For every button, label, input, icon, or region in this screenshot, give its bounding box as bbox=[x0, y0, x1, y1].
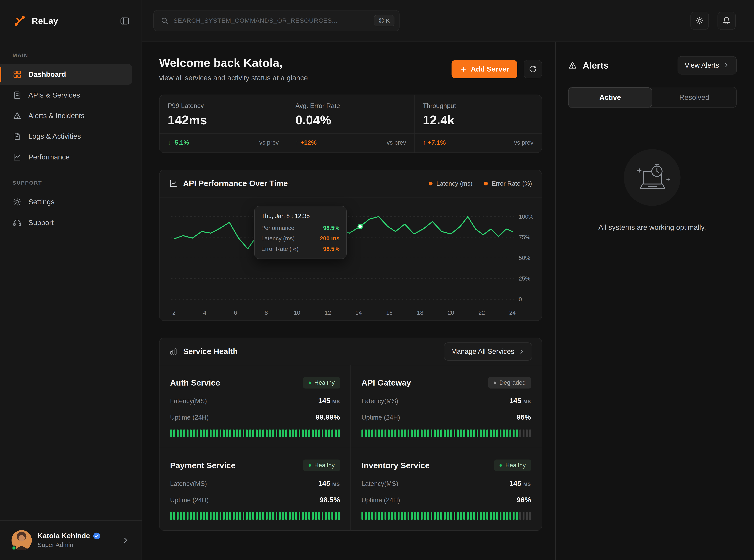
headset-icon bbox=[13, 218, 22, 227]
plus-icon bbox=[460, 66, 467, 73]
sidebar: ReLay MAIN Dashboa bbox=[0, 0, 142, 560]
svg-text:4: 4 bbox=[203, 309, 206, 316]
chart-legend: Latency (ms) Error Rate (%) bbox=[429, 180, 532, 187]
alerts-empty-state: All systems are working optimally. bbox=[568, 149, 737, 231]
svg-text:100%: 100% bbox=[519, 213, 534, 220]
theme-toggle-button[interactable] bbox=[691, 12, 709, 30]
sidebar-nav: MAIN Dashboard APIs & Se bbox=[0, 42, 141, 233]
delta-badge: ↑+7.1% bbox=[423, 139, 446, 146]
tab-active[interactable]: Active bbox=[568, 87, 652, 108]
status-dot bbox=[494, 382, 496, 384]
chart-line-icon bbox=[13, 153, 22, 162]
refresh-icon bbox=[528, 65, 537, 74]
status-badge: Healthy bbox=[303, 377, 340, 389]
alerts-title: Alerts bbox=[583, 60, 608, 71]
chart-title: API Performance Over Time bbox=[183, 179, 288, 188]
dashboard-grid-icon bbox=[13, 70, 22, 79]
brand-name: ReLay bbox=[32, 16, 58, 26]
svg-text:0: 0 bbox=[519, 296, 522, 302]
delta-badge: ↑+12% bbox=[295, 139, 316, 146]
alerts-panel: Alerts View Alerts Active Resolved bbox=[555, 42, 754, 560]
service-health-card: Service Health Manage All Services Auth … bbox=[159, 338, 542, 531]
sidebar-section-main: MAIN bbox=[0, 52, 141, 58]
service-card-inventory: Inventory Service Healthy Latency(MS)145… bbox=[350, 448, 542, 531]
online-status-dot bbox=[12, 545, 16, 551]
sidebar-item-dashboard[interactable]: Dashboard bbox=[0, 64, 132, 85]
legend-dot bbox=[429, 182, 432, 185]
uptime-bars bbox=[170, 429, 340, 437]
sidebar-item-apis-services[interactable]: APIs & Services bbox=[0, 85, 132, 105]
service-card-api-gateway: API Gateway Degraded Latency(MS)145 MS U… bbox=[350, 365, 542, 448]
page-title: Welcome back Katola, bbox=[159, 56, 308, 69]
stat-card-error-rate: Avg. Error Rate 0.04% ↑+12% vs prev bbox=[287, 95, 414, 153]
bar-chart-icon bbox=[169, 347, 178, 356]
performance-chart[interactable]: 100%75%50%25%024681012141618202224 bbox=[169, 202, 533, 320]
global-search[interactable]: ⌘ K bbox=[153, 10, 400, 31]
legend-latency: Latency (ms) bbox=[429, 180, 472, 187]
alert-triangle-icon bbox=[13, 111, 22, 120]
laptop-stopwatch-illustration bbox=[632, 160, 673, 195]
service-grid: Auth Service Healthy Latency(MS)145 MS U… bbox=[159, 365, 542, 531]
add-server-button[interactable]: Add Server bbox=[451, 60, 517, 78]
svg-text:75%: 75% bbox=[519, 234, 530, 240]
tab-resolved[interactable]: Resolved bbox=[652, 87, 736, 108]
relay-logo-icon bbox=[13, 14, 27, 28]
chevron-right-icon bbox=[723, 62, 730, 69]
verified-badge-icon bbox=[93, 532, 100, 540]
page-subtitle: view all services and activity status at… bbox=[159, 74, 308, 82]
search-icon bbox=[160, 17, 169, 25]
stat-card-p99-latency: P99 Latency 142ms ↓-5.1% vs prev bbox=[159, 95, 287, 153]
svg-text:24: 24 bbox=[509, 309, 516, 316]
sidebar-collapse-button[interactable] bbox=[119, 16, 130, 26]
alerts-tabs: Active Resolved bbox=[568, 87, 737, 108]
empty-illustration bbox=[624, 149, 680, 206]
gear-icon bbox=[13, 197, 22, 206]
sidebar-section-support: SUPPORT bbox=[0, 180, 141, 186]
svg-text:6: 6 bbox=[234, 309, 237, 316]
svg-text:10: 10 bbox=[294, 309, 300, 316]
status-badge: Healthy bbox=[494, 460, 531, 471]
notifications-button[interactable] bbox=[717, 12, 736, 30]
view-alerts-button[interactable]: View Alerts bbox=[678, 56, 737, 75]
user-profile-card[interactable]: Katola Kehinde Super Admin bbox=[0, 520, 141, 560]
manage-all-services-button[interactable]: Manage All Services bbox=[444, 342, 532, 361]
sidebar-item-settings[interactable]: Settings bbox=[0, 192, 132, 212]
uptime-bars bbox=[362, 429, 531, 437]
chevron-right-icon bbox=[518, 348, 525, 355]
user-name: Katola Kehinde bbox=[38, 532, 90, 540]
alert-triangle-icon bbox=[568, 61, 577, 70]
api-performance-card: API Performance Over Time Latency (ms) E… bbox=[159, 170, 542, 321]
svg-text:18: 18 bbox=[417, 309, 423, 316]
svg-text:8: 8 bbox=[265, 309, 268, 316]
search-input[interactable] bbox=[173, 17, 369, 24]
svg-text:2: 2 bbox=[172, 309, 175, 316]
refresh-button[interactable] bbox=[524, 60, 542, 78]
user-role: Super Admin bbox=[38, 541, 73, 548]
sidebar-item-support[interactable]: Support bbox=[0, 212, 132, 233]
main-content: Welcome back Katola, view all services a… bbox=[142, 42, 555, 560]
status-dot bbox=[309, 464, 311, 467]
panel-left-icon bbox=[119, 16, 130, 26]
api-book-icon bbox=[13, 91, 22, 100]
sidebar-item-performance[interactable]: Performance bbox=[0, 147, 132, 167]
svg-text:50%: 50% bbox=[519, 255, 530, 261]
stat-card-throughput: Throughput 12.4k ↑+7.1% vs prev bbox=[414, 95, 542, 153]
svg-text:16: 16 bbox=[386, 309, 392, 316]
svg-text:22: 22 bbox=[478, 309, 485, 316]
bell-icon bbox=[722, 16, 731, 25]
app-root: ReLay MAIN Dashboa bbox=[0, 0, 754, 560]
chevron-right-icon bbox=[121, 536, 130, 545]
legend-dot bbox=[484, 182, 488, 185]
service-health-title: Service Health bbox=[183, 347, 238, 356]
sidebar-item-logs-activities[interactable]: Logs & Activities bbox=[0, 126, 132, 147]
kpi-stats-row: P99 Latency 142ms ↓-5.1% vs prev Avg. Er… bbox=[159, 95, 542, 153]
sidebar-item-alerts-incidents[interactable]: Alerts & Incidents bbox=[0, 105, 132, 126]
sun-icon bbox=[695, 16, 704, 25]
sidebar-header: ReLay bbox=[0, 0, 141, 42]
status-dot bbox=[309, 382, 311, 384]
chart-body: 100%75%50%25%024681012141618202224 Thu, … bbox=[159, 198, 542, 320]
svg-text:14: 14 bbox=[355, 309, 362, 316]
active-accent-bar bbox=[0, 67, 1, 82]
legend-error-rate: Error Rate (%) bbox=[484, 180, 532, 187]
brand: ReLay bbox=[13, 14, 58, 28]
